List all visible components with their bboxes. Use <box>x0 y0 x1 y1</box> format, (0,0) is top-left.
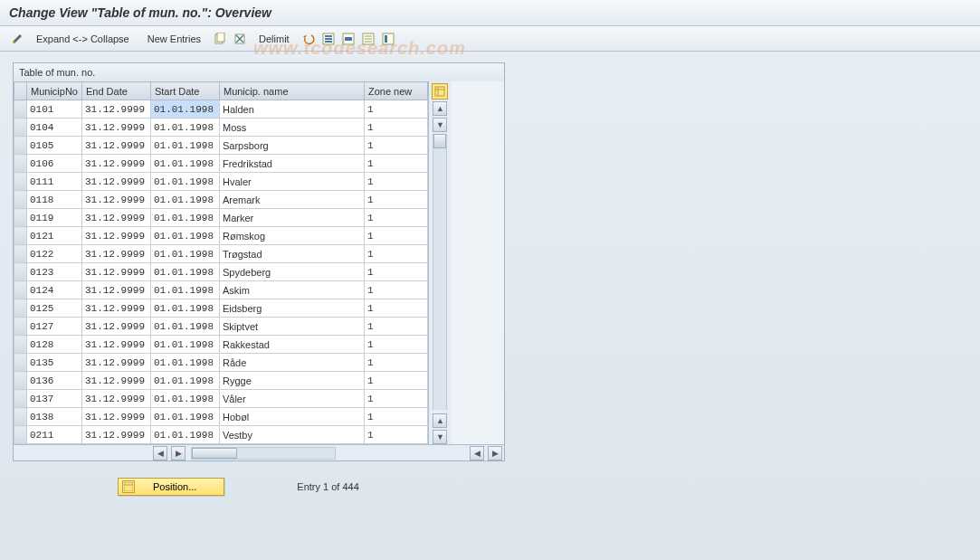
row-handle[interactable] <box>14 354 27 372</box>
table-row[interactable]: 012131.12.999901.01.1998Rømskog1 <box>14 227 428 245</box>
cell-name[interactable]: Rygge <box>219 372 364 390</box>
cell-zone[interactable]: 1 <box>364 119 427 137</box>
table-row[interactable]: 010631.12.999901.01.1998Fredrikstad1 <box>14 155 428 173</box>
cell-startdate[interactable]: 01.01.1998 <box>150 408 219 426</box>
cell-name[interactable]: Råde <box>219 354 364 372</box>
cell-enddate[interactable]: 31.12.9999 <box>81 426 150 444</box>
cell-zone[interactable]: 1 <box>364 209 427 227</box>
row-handle[interactable] <box>14 281 27 299</box>
row-handle[interactable] <box>14 137 27 155</box>
row-selector-header[interactable] <box>14 82 27 100</box>
cell-name[interactable]: Aremark <box>219 191 364 209</box>
cell-enddate[interactable]: 31.12.9999 <box>81 191 150 209</box>
new-entries-button[interactable]: New Entries <box>140 32 208 46</box>
table-row[interactable]: 012831.12.999901.01.1998Rakkestad1 <box>14 336 428 354</box>
row-handle[interactable] <box>14 390 27 408</box>
table-row[interactable]: 013531.12.999901.01.1998Råde1 <box>14 354 428 372</box>
cell-startdate[interactable]: 01.01.1998 <box>150 245 219 263</box>
scroll-up-icon[interactable]: ▲ <box>433 101 447 116</box>
scroll-up-end-icon[interactable]: ▲ <box>433 413 447 428</box>
deselect-all-icon[interactable] <box>360 31 376 47</box>
toggle-change-icon[interactable] <box>9 31 25 47</box>
cell-zone[interactable]: 1 <box>364 390 427 408</box>
table-row[interactable]: 021131.12.999901.01.1998Vestby1 <box>14 426 428 444</box>
cell-municipno[interactable]: 0106 <box>27 155 82 173</box>
cell-enddate[interactable]: 31.12.9999 <box>81 119 150 137</box>
cell-enddate[interactable]: 31.12.9999 <box>81 354 150 372</box>
cell-municipno[interactable]: 0125 <box>27 299 82 318</box>
cell-municipno[interactable]: 0101 <box>27 100 82 119</box>
delete-icon[interactable] <box>232 31 248 47</box>
cell-startdate[interactable]: 01.01.1998 <box>150 372 219 390</box>
select-all-icon[interactable] <box>320 31 337 47</box>
cell-municipno[interactable]: 0124 <box>27 281 82 299</box>
vscroll-thumb[interactable] <box>433 134 446 148</box>
cell-zone[interactable]: 1 <box>364 408 427 426</box>
cell-enddate[interactable]: 31.12.9999 <box>81 390 150 408</box>
cell-name[interactable]: Moss <box>219 119 364 137</box>
cell-name[interactable]: Fredrikstad <box>219 155 364 173</box>
cell-enddate[interactable]: 31.12.9999 <box>81 408 150 426</box>
cell-name[interactable]: Spydeberg <box>219 263 364 281</box>
delimit-button[interactable]: Delimit <box>252 32 297 46</box>
table-row[interactable]: 011931.12.999901.01.1998Marker1 <box>14 209 428 227</box>
cell-name[interactable]: Hvaler <box>219 173 364 191</box>
hscroll-left-end-icon[interactable]: ◀ <box>470 446 484 460</box>
hscroll-track[interactable] <box>191 447 336 460</box>
cell-enddate[interactable]: 31.12.9999 <box>81 245 150 263</box>
cell-enddate[interactable]: 31.12.9999 <box>81 372 150 390</box>
cell-municipno[interactable]: 0127 <box>27 318 82 336</box>
col-header-zonenew[interactable]: Zone new <box>364 82 427 100</box>
cell-municipno[interactable]: 0123 <box>27 263 82 281</box>
cell-zone[interactable]: 1 <box>364 227 427 245</box>
hscroll-left-icon[interactable]: ◀ <box>153 446 167 460</box>
row-handle[interactable] <box>14 263 27 281</box>
cell-enddate[interactable]: 31.12.9999 <box>81 100 150 119</box>
cell-startdate[interactable]: 01.01.1998 <box>150 100 219 119</box>
cell-zone[interactable]: 1 <box>364 191 427 209</box>
cell-name[interactable]: Hobøl <box>219 408 364 426</box>
table-row[interactable]: 010431.12.999901.01.1998Moss1 <box>14 119 428 137</box>
cell-name[interactable]: Eidsberg <box>219 299 364 318</box>
cell-name[interactable]: Vestby <box>219 426 364 444</box>
cell-startdate[interactable]: 01.01.1998 <box>150 173 219 191</box>
cell-zone[interactable]: 1 <box>364 100 427 119</box>
row-handle[interactable] <box>14 408 27 426</box>
cell-startdate[interactable]: 01.01.1998 <box>150 209 219 227</box>
cell-startdate[interactable]: 01.01.1998 <box>150 263 219 281</box>
cell-zone[interactable]: 1 <box>364 299 427 318</box>
row-handle[interactable] <box>14 155 27 173</box>
cell-enddate[interactable]: 31.12.9999 <box>81 299 150 318</box>
table-row[interactable]: 011131.12.999901.01.1998Hvaler1 <box>14 173 428 191</box>
table-settings-icon[interactable] <box>432 83 448 100</box>
table-row[interactable]: 012431.12.999901.01.1998Askim1 <box>14 281 428 299</box>
cell-name[interactable]: Askim <box>219 281 364 299</box>
cell-enddate[interactable]: 31.12.9999 <box>81 281 150 299</box>
cell-startdate[interactable]: 01.01.1998 <box>150 354 219 372</box>
undo-icon[interactable] <box>300 31 317 47</box>
cell-enddate[interactable]: 31.12.9999 <box>81 336 150 354</box>
cell-zone[interactable]: 1 <box>364 336 427 354</box>
cell-startdate[interactable]: 01.01.1998 <box>150 318 219 336</box>
cell-name[interactable]: Sarpsborg <box>219 137 364 155</box>
cell-municipno[interactable]: 0138 <box>27 408 82 426</box>
cell-zone[interactable]: 1 <box>364 245 427 263</box>
cell-enddate[interactable]: 31.12.9999 <box>81 263 150 281</box>
table-row[interactable]: 012331.12.999901.01.1998Spydeberg1 <box>14 263 428 281</box>
cell-startdate[interactable]: 01.01.1998 <box>150 137 219 155</box>
col-header-municipno[interactable]: MunicipNo <box>27 82 82 100</box>
cell-enddate[interactable]: 31.12.9999 <box>81 155 150 173</box>
cell-municipno[interactable]: 0135 <box>27 354 82 372</box>
cell-startdate[interactable]: 01.01.1998 <box>150 191 219 209</box>
cell-zone[interactable]: 1 <box>364 281 427 299</box>
cell-name[interactable]: Trøgstad <box>219 245 364 263</box>
print-icon[interactable] <box>380 31 396 47</box>
row-handle[interactable] <box>14 336 27 354</box>
cell-startdate[interactable]: 01.01.1998 <box>150 119 219 137</box>
cell-zone[interactable]: 1 <box>364 426 427 444</box>
cell-municipno[interactable]: 0105 <box>27 137 82 155</box>
cell-municipno[interactable]: 0111 <box>27 173 82 191</box>
select-block-icon[interactable] <box>340 31 357 47</box>
cell-startdate[interactable]: 01.01.1998 <box>150 336 219 354</box>
cell-municipno[interactable]: 0122 <box>27 245 82 263</box>
